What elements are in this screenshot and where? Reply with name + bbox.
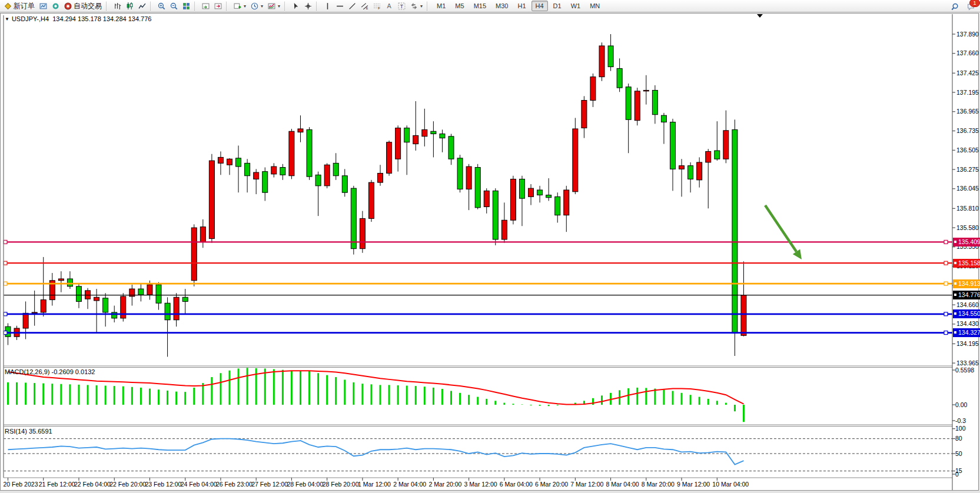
clock-icon	[251, 2, 258, 10]
line-handle[interactable]	[954, 241, 956, 243]
price-line-label[interactable]: 134.550	[953, 309, 980, 318]
candle-chart-button[interactable]	[124, 0, 136, 12]
clock-button[interactable]: ▾	[248, 0, 265, 12]
cursor-button[interactable]	[290, 0, 302, 12]
toolbar: 新订单自动交易▾▾▾EFAT▾ M1M5M15M30H1H4D1W1MN 1	[0, 0, 980, 12]
fibonacci-icon: F	[373, 2, 381, 10]
vline-button[interactable]	[321, 0, 334, 12]
hline-icon	[336, 2, 344, 10]
notifications-button[interactable]: 1	[965, 1, 977, 13]
toolbar-button-label: 新订单	[14, 1, 35, 11]
timeframe-h4[interactable]: H4	[531, 1, 548, 11]
auto-scroll-icon	[202, 2, 210, 10]
tile-windows-button[interactable]	[180, 0, 192, 12]
toolbar-separator	[106, 2, 109, 11]
hline-button[interactable]	[334, 0, 346, 12]
chart-shift-button[interactable]	[212, 0, 224, 12]
toolbar-separator	[150, 2, 153, 11]
toolbar-separator	[284, 2, 287, 11]
vline-icon	[324, 2, 331, 10]
timeframe-m30[interactable]: M30	[491, 1, 512, 11]
channel-button[interactable]: E	[358, 0, 371, 12]
price-line-label[interactable]: 134.776	[953, 291, 980, 299]
price-line-label[interactable]: 135.409	[953, 238, 980, 246]
svg-text:T: T	[400, 3, 404, 9]
template-icon	[268, 2, 275, 10]
timeframe-toolbar: M1M5M15M30H1H4D1W1MN	[432, 1, 604, 11]
chart-window-button[interactable]	[37, 0, 49, 12]
toolbar-separator	[194, 2, 197, 11]
text-icon: A	[386, 2, 393, 10]
line-handle[interactable]	[954, 312, 956, 315]
zoom-out-icon	[170, 2, 178, 10]
shapes-icon	[410, 2, 418, 10]
cursor-icon	[292, 2, 300, 10]
chevron-down-icon[interactable]: ▾	[420, 4, 423, 9]
line-handle[interactable]	[954, 262, 956, 264]
autotrade-button[interactable]: 自动交易	[62, 0, 104, 12]
trendline-icon	[348, 2, 356, 10]
toolbar-buttons: 新订单自动交易▾▾▾EFAT▾	[2, 0, 432, 12]
channel-icon: E	[361, 2, 368, 10]
svg-text:A: A	[387, 2, 391, 9]
line-handle[interactable]	[954, 294, 956, 296]
zoom-in-icon	[158, 2, 165, 10]
timeframe-d1[interactable]: D1	[549, 1, 566, 11]
chart-window-icon	[39, 2, 47, 10]
zoom-out-button[interactable]	[168, 0, 180, 12]
timeframe-mn[interactable]: MN	[586, 1, 604, 11]
line-chart-button[interactable]	[136, 0, 148, 12]
search-button[interactable]	[949, 1, 961, 13]
line-handle[interactable]	[954, 331, 956, 334]
timeframe-m1[interactable]: M1	[433, 1, 450, 11]
new-chart-icon	[234, 2, 241, 10]
auto-scroll-button[interactable]	[200, 0, 212, 12]
new-order-button[interactable]: 新订单	[2, 0, 37, 12]
tile-windows-icon	[182, 2, 190, 10]
price-line-label[interactable]: 134.913	[953, 279, 980, 288]
crosshair-icon	[304, 2, 312, 10]
toolbar-separator	[427, 2, 430, 11]
chart-window[interactable]	[0, 13, 979, 491]
fibonacci-button[interactable]: F	[371, 0, 383, 12]
signal-icon	[52, 2, 59, 10]
template-button[interactable]: ▾	[265, 0, 283, 12]
new-chart-button[interactable]: ▾	[231, 0, 248, 12]
text-button[interactable]: A	[383, 0, 396, 12]
notification-badge: 1	[969, 0, 980, 7]
toolbar-button-label: 自动交易	[74, 1, 102, 11]
toolbar-separator	[226, 2, 229, 11]
svg-text:E: E	[366, 6, 368, 10]
candle-chart-icon	[126, 2, 134, 10]
crosshair-button[interactable]	[302, 0, 314, 12]
timeframe-m5[interactable]: M5	[451, 1, 468, 11]
price-line-label[interactable]: 135.158	[953, 259, 980, 268]
svg-text:F: F	[378, 6, 380, 10]
price-line-label[interactable]: 134.327	[953, 328, 980, 337]
bar-chart-icon	[114, 2, 121, 10]
timeframe-h1[interactable]: H1	[513, 1, 530, 11]
shapes-button[interactable]: ▾	[408, 0, 425, 12]
timeframe-m15[interactable]: M15	[470, 1, 490, 11]
chevron-down-icon[interactable]: ▾	[261, 4, 263, 9]
toolbar-separator	[316, 2, 319, 11]
label-icon: T	[398, 2, 406, 10]
autotrade-icon	[64, 2, 72, 10]
timeframe-w1[interactable]: W1	[567, 1, 585, 11]
line-chart-icon	[138, 2, 146, 10]
bar-chart-button[interactable]	[111, 0, 124, 12]
label-button[interactable]: T	[396, 0, 408, 12]
signal-button[interactable]	[49, 0, 62, 12]
zoom-in-button[interactable]	[155, 0, 168, 12]
new-order-icon	[4, 2, 12, 10]
trendline-button[interactable]	[346, 0, 358, 12]
search-icon	[951, 3, 959, 11]
line-handle[interactable]	[954, 282, 956, 285]
chart-shift-icon	[214, 2, 222, 10]
rsi-panel-splitter[interactable]	[0, 424, 952, 427]
chevron-down-icon[interactable]: ▾	[244, 4, 246, 9]
macd-panel-splitter[interactable]	[0, 365, 952, 368]
chevron-down-icon[interactable]: ▾	[278, 4, 280, 9]
toolbar-right: 1	[949, 1, 977, 13]
